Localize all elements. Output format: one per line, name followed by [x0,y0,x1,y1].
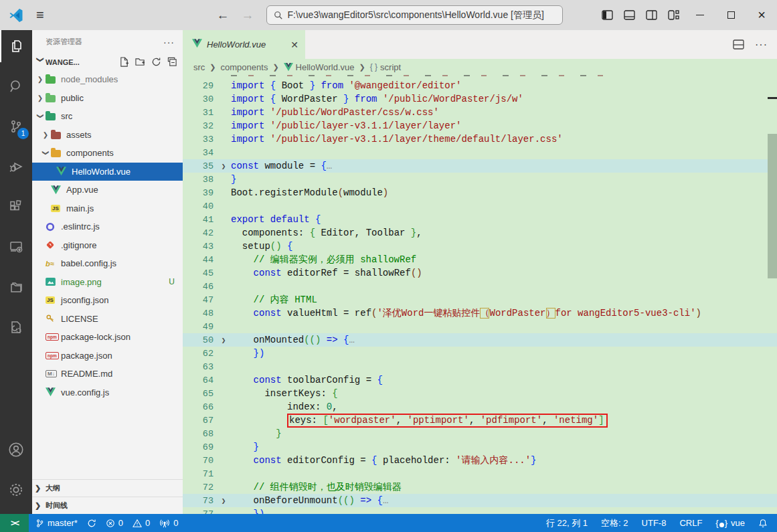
code-line-62[interactable]: 62 }) [183,347,777,360]
split-editor-icon[interactable] [733,39,744,50]
code-line-40[interactable]: 40 [183,199,777,213]
toggle-secondary-sidebar-icon[interactable] [640,0,663,30]
tab-close-icon[interactable]: ✕ [290,39,298,50]
back-arrow-icon[interactable]: ← [217,8,230,23]
code-editor[interactable]: 29import { Boot } from '@wangeditor/edit… [183,75,777,514]
command-center-search[interactable]: F:\vue3\wangEditor5\src\components\Hello… [266,5,563,25]
extensions-icon[interactable] [0,191,32,223]
source-control-icon[interactable]: 1 [0,110,32,143]
tree-item-node-modules[interactable]: ❯node_modules [32,70,183,89]
remote-explorer-icon[interactable] [0,231,32,263]
chevron-right-icon[interactable]: ❯ [35,94,46,102]
run-debug-icon[interactable] [0,151,32,183]
tab-helloworld[interactable]: HelloWorld.vue ✕ [183,30,305,59]
refresh-icon[interactable] [151,57,161,67]
status-warning[interactable]: 0 [133,518,150,528]
code-line-69[interactable]: 69 } [183,440,777,454]
minimize-button[interactable] [685,0,715,30]
status-空格-2[interactable]: 空格: 2 [601,517,628,529]
tree-item-license[interactable]: LICENSE [32,310,183,329]
tree-item--gitignore[interactable]: .gitignore [32,236,183,255]
tree-item-package-lock-json[interactable]: npmpackage-lock.json [32,328,183,347]
explorer-icon[interactable] [0,30,32,62]
code-line-68[interactable]: 68 } [183,427,777,440]
tree-item-main-js[interactable]: JSmain.js [32,199,183,218]
timeline-panel-header[interactable]: ❯ 时间线 [32,497,183,514]
editor-more-actions-icon[interactable]: ··· [755,39,768,51]
code-line-34[interactable]: 34 [183,146,777,159]
code-line-43[interactable]: 43 setup() { [183,240,777,253]
fold-chevron-icon[interactable]: ❯ [216,497,231,505]
breadcrumb-item[interactable]: components [221,62,268,72]
breadcrumb-item[interactable]: HelloWorld.vue [284,62,355,72]
tree-item-helloworld-vue[interactable]: HelloWorld.vue [32,163,183,181]
code-line-32[interactable]: 32import '/public/layer-v3.1.1/layer/lay… [183,119,777,132]
tree-item-package-json[interactable]: npmpackage.json [32,347,183,365]
toggle-primary-sidebar-icon[interactable] [596,0,618,30]
tree-item-components[interactable]: ❯components [32,144,183,163]
outline-panel-header[interactable]: ❯ 大纲 [32,479,183,497]
tree-item-jsconfig-json[interactable]: JSjsconfig.json [32,291,183,310]
code-line-71[interactable]: 71 [183,467,777,480]
code-line-38[interactable]: 38} [183,173,777,186]
toggle-panel-icon[interactable] [618,0,640,30]
search-view-icon[interactable] [0,70,32,102]
status-CRLF[interactable]: CRLF [679,518,702,528]
tree-item-image-png[interactable]: image.pngU [32,273,183,292]
chevron-right-icon[interactable]: ❯ [40,131,51,139]
status-lang[interactable]: {}vue [715,518,745,528]
code-line-64[interactable]: 64 const toolbarConfig = { [183,373,777,387]
tree-item-babel-config-js[interactable]: b≈babel.config.js [32,254,183,273]
tree-item--eslintrc-js[interactable]: .eslintrc.js [32,217,183,236]
views-more-actions-icon[interactable]: ··· [163,37,175,48]
tree-item-public[interactable]: ❯public [32,89,183,108]
fold-chevron-icon[interactable]: ❯ [216,336,231,345]
code-line-46[interactable]: 46 [183,280,777,293]
code-line-65[interactable]: 65 insertKeys: { [183,387,777,400]
account-icon[interactable] [0,434,32,466]
code-line-77[interactable]: 77 }) [183,507,777,514]
collapse-all-icon[interactable] [167,57,177,67]
code-line-63[interactable]: 63 [183,360,777,373]
new-file-icon[interactable] [119,57,129,67]
folders-view-icon[interactable] [0,271,32,303]
close-button[interactable]: × [746,0,777,30]
code-line-66[interactable]: 66 index: 0, [183,400,777,414]
workspace-section-header[interactable]: ❯ WANGE... [32,54,183,70]
remote-indicator[interactable]: >< [0,514,29,532]
tree-item-vue-config-js[interactable]: vue.config.js [32,383,183,402]
code-line-31[interactable]: 31import '/public/WordPaster/css/w.css' [183,106,777,119]
tree-item-app-vue[interactable]: App.vue [32,181,183,199]
code-line-49[interactable]: 49 [183,320,777,333]
code-line-44[interactable]: 44 // 编辑器实例，必须用 shallowRef [183,253,777,266]
file-settings-icon[interactable] [0,311,32,343]
chevron-down-icon[interactable]: ❯ [37,111,44,122]
tree-item-assets[interactable]: ❯assets [32,126,183,145]
code-line-35[interactable]: 35❯const wmodule = {… [183,159,777,173]
code-line-41[interactable]: 41export default { [183,213,777,226]
settings-gear-icon[interactable] [0,474,32,506]
code-line-33[interactable]: 33import '/public/layer-v3.1.1/layer/the… [183,132,777,146]
chevron-down-icon[interactable]: ❯ [42,148,50,159]
code-line-45[interactable]: 45 const editorRef = shallowRef() [183,266,777,280]
code-line-47[interactable]: 47 // 内容 HTML [183,293,777,306]
status-ports[interactable]: 0 [159,518,178,528]
editor-scrollbar[interactable] [768,134,777,278]
maximize-button[interactable] [715,0,746,30]
forward-arrow-icon[interactable]: → [242,8,254,23]
code-line-42[interactable]: 42 components: { Editor, Toolbar }, [183,226,777,240]
code-line-48[interactable]: 48 const valueHtml = ref('泽优Word一键粘贴控件（W… [183,306,777,320]
code-line-72[interactable]: 72 // 组件销毁时，也及时销毁编辑器 [183,480,777,494]
status-branch[interactable]: master* [35,518,78,528]
code-line-30[interactable]: 30import { WordPaster } from '/public/Wo… [183,92,777,106]
new-folder-icon[interactable] [135,57,145,67]
customize-layout-icon[interactable] [663,0,685,30]
status-行-22-列-1[interactable]: 行 22, 列 1 [546,517,588,529]
status-error[interactable]: 0 [106,518,123,528]
code-line-70[interactable]: 70 const editorConfig = { placeholder: '… [183,454,777,467]
code-line-73[interactable]: 73❯ onBeforeUnmount(() => {… [183,494,777,507]
status-UTF-8[interactable]: UTF-8 [642,518,667,528]
tree-item-src[interactable]: ❯src [32,107,183,126]
breadcrumb-item[interactable]: src [193,62,205,72]
tree-item-readme-md[interactable]: M↓README.md [32,365,183,383]
